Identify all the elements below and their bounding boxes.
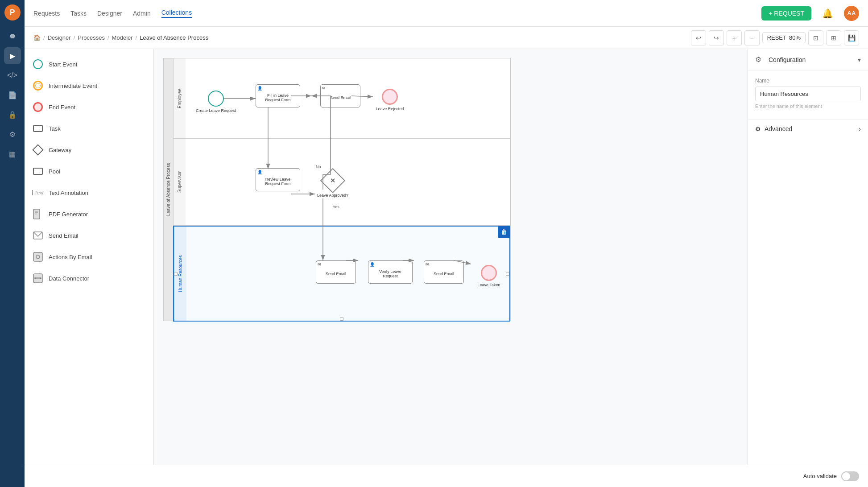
right-panel: ⚙ Configuration ▾ Name Enter the name of… xyxy=(748,49,868,487)
canvas-inner: Leave of Absence Process Employee Create… xyxy=(154,49,748,465)
panel-item-pool[interactable]: Pool xyxy=(25,161,153,182)
panel-item-actions-by-email[interactable]: Actions By Email xyxy=(25,246,153,268)
start-event-icon xyxy=(32,58,44,70)
nav-tasks[interactable]: Tasks xyxy=(70,10,87,17)
auto-validate-toggle[interactable] xyxy=(841,471,859,481)
node-leave-rejected[interactable]: Leave Rejected xyxy=(382,89,398,105)
advanced-section[interactable]: ⚙ Advanced › xyxy=(748,120,868,138)
node-send-email-2[interactable]: ✉ Send Email xyxy=(316,260,356,284)
pdf-generator-label: PDF Generator xyxy=(49,211,88,218)
lane-supervisor-label: Supervisor xyxy=(173,139,186,225)
zoom-display: RESET 80% xyxy=(762,32,806,43)
panel-item-start-event[interactable]: Start Event xyxy=(25,54,153,75)
sidebar-icon-gear[interactable]: ⚙ xyxy=(4,126,21,143)
nav-collections[interactable]: Collections xyxy=(161,9,192,18)
elements-panel: Start Event Intermediate Event End Event… xyxy=(25,49,154,487)
sidebar-icon-lock[interactable]: 🔒 xyxy=(4,106,21,123)
panel-item-send-email[interactable]: Send Email xyxy=(25,225,153,246)
delete-lane-button[interactable]: 🗑 xyxy=(498,226,510,238)
breadcrumb-current: Leave of Absence Process xyxy=(140,34,208,41)
panel-item-end-event[interactable]: End Event xyxy=(25,96,153,118)
panel-item-intermediate-event[interactable]: Intermediate Event xyxy=(25,75,153,96)
panel-item-text-annotation[interactable]: Text Text Annotation xyxy=(25,182,153,203)
end-event-icon xyxy=(32,101,44,113)
gateway-icon xyxy=(32,144,44,156)
config-gear-icon: ⚙ xyxy=(755,55,761,64)
breadcrumb-sep-4: / xyxy=(136,34,137,41)
breadcrumb-sep-1: / xyxy=(43,34,45,41)
reset-label[interactable]: RESET xyxy=(767,34,786,41)
text-annotation-label: Text Annotation xyxy=(49,190,88,196)
node-leave-taken[interactable]: Leave Taken xyxy=(481,265,497,281)
nav-admin[interactable]: Admin xyxy=(133,10,151,17)
pool-label: Pool xyxy=(49,168,60,175)
svg-point-9 xyxy=(34,277,36,279)
node-send-email-3[interactable]: ✉ Send Email xyxy=(424,260,464,284)
lane-human-resources[interactable]: Human Resources ✉ Send Email 👤 Verify Le… xyxy=(173,226,510,322)
user-avatar[interactable]: AA xyxy=(844,6,859,21)
auto-validate-row: Auto validate xyxy=(803,471,859,481)
breadcrumb-home[interactable]: 🏠 xyxy=(33,34,41,41)
gateway-label: Gateway xyxy=(49,147,71,153)
config-body: Name Enter the name of this element xyxy=(748,70,868,116)
advanced-label: Advanced xyxy=(765,125,792,132)
config-collapse-button[interactable]: ▾ xyxy=(858,56,861,63)
name-input[interactable] xyxy=(755,87,861,101)
panel-item-pdf-generator[interactable]: PDF Generator xyxy=(25,203,153,225)
diagram[interactable]: Leave of Absence Process Employee Create… xyxy=(163,58,511,321)
zoom-out-button[interactable]: − xyxy=(744,30,760,45)
top-nav: Requests Tasks Designer Admin Collection… xyxy=(25,0,868,27)
edge-label-no: No xyxy=(316,165,321,169)
node-send-email-1[interactable]: ✉ Send Email xyxy=(320,84,360,107)
panel-item-data-connector[interactable]: Data Connector xyxy=(25,268,153,289)
resize-handle-left[interactable] xyxy=(174,272,178,276)
breadcrumb-processes[interactable]: Processes xyxy=(78,34,105,41)
node-review-form[interactable]: 👤 Review LeaveRequest Form xyxy=(256,168,300,191)
zoom-in-button[interactable]: + xyxy=(727,30,742,45)
undo-button[interactable]: ↩ xyxy=(691,30,706,45)
pool-icon xyxy=(32,165,44,177)
svg-rect-2 xyxy=(35,212,38,213)
fit-view-button[interactable]: ⊡ xyxy=(808,30,823,45)
request-button[interactable]: + REQUEST xyxy=(761,6,811,21)
panel-item-task[interactable]: Task xyxy=(25,118,153,139)
text-annotation-icon: Text xyxy=(32,186,44,199)
intermediate-event-icon xyxy=(32,79,44,92)
task-icon xyxy=(32,122,44,135)
app-logo[interactable]: P xyxy=(4,4,21,21)
actions-by-email-icon xyxy=(32,251,44,263)
sidebar-icon-doc[interactable]: 📄 xyxy=(4,87,21,103)
sidebar-icon-grid[interactable]: ▦ xyxy=(4,145,21,162)
nav-requests[interactable]: Requests xyxy=(33,10,60,17)
resize-handle-bottom[interactable] xyxy=(340,317,343,321)
node-gateway[interactable]: ✕ Leave Approved? xyxy=(324,172,342,190)
breadcrumb-modeler[interactable]: Modeler xyxy=(112,34,133,41)
toggle-knob xyxy=(842,472,850,480)
node-verify-request[interactable]: 👤 Verify LeaveRequest xyxy=(368,260,413,284)
panel-item-gateway[interactable]: Gateway xyxy=(25,139,153,161)
config-header[interactable]: ⚙ Configuration ▾ xyxy=(748,49,868,70)
edge-label-yes: Yes xyxy=(333,205,339,209)
svg-point-10 xyxy=(40,277,41,279)
canvas[interactable]: Leave of Absence Process Employee Create… xyxy=(154,49,748,465)
svg-rect-3 xyxy=(35,214,37,215)
minimap-button[interactable]: ⊞ xyxy=(826,30,841,45)
notifications-bell[interactable]: 🔔 xyxy=(822,8,833,19)
advanced-chevron-icon[interactable]: › xyxy=(859,125,861,132)
sidebar: P ⏺ ▶ </> 📄 🔒 ⚙ ▦ xyxy=(0,0,25,487)
redo-button[interactable]: ↪ xyxy=(709,30,724,45)
lane-supervisor: Supervisor 👤 Review LeaveRequest Form ✕ … xyxy=(173,139,510,226)
breadcrumb: 🏠 / Designer / Processes / Modeler / Lea… xyxy=(25,27,868,49)
nav-designer[interactable]: Designer xyxy=(97,10,122,17)
end-event-label: End Event xyxy=(49,104,75,111)
save-button[interactable]: 💾 xyxy=(844,30,859,45)
sidebar-icon-play[interactable]: ▶ xyxy=(4,47,21,64)
sidebar-icon-circle[interactable]: ⏺ xyxy=(4,28,21,45)
intermediate-event-label: Intermediate Event xyxy=(49,83,97,89)
node-fill-form[interactable]: 👤 Fill in LeaveRequest Form xyxy=(256,84,300,107)
breadcrumb-designer[interactable]: Designer xyxy=(48,34,71,41)
advanced-gear-icon: ⚙ xyxy=(755,125,761,132)
resize-handle-right[interactable] xyxy=(506,272,509,276)
sidebar-icon-code[interactable]: </> xyxy=(4,67,21,84)
node-create-leave[interactable]: Create Leave Request xyxy=(208,91,224,107)
